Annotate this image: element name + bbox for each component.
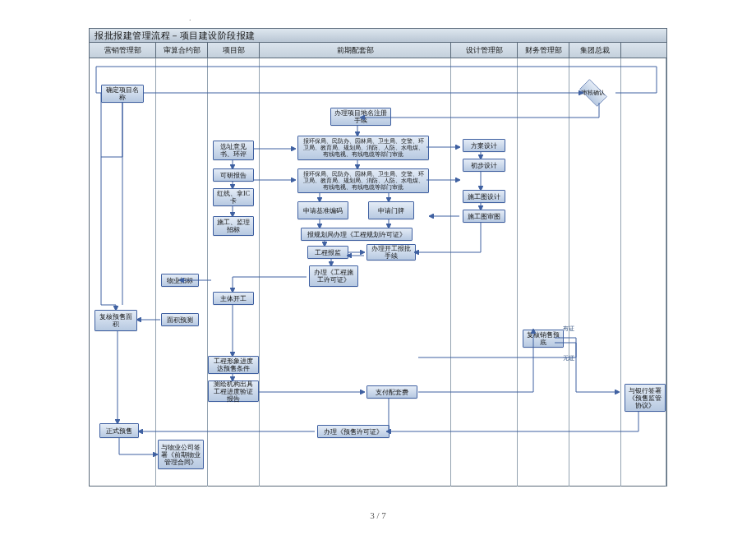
node-property-bid: 物业招标 <box>161 274 199 287</box>
node-construct-bid: 施工、监理招标 <box>213 216 254 236</box>
node-feasibility: 可研报告 <box>213 168 254 182</box>
node-property-contract: 与物业公司签署《前期物业管理合同》 <box>158 440 204 469</box>
swimlane-body: 确定项目名称 复核预售面积 正式预售 物业招标 面积预测 与物业公司签署《前期物… <box>90 58 666 487</box>
flowchart: 报批报建管理流程－项目建设阶段报建 营销管理部 审算合约部 项目部 前期配套部 … <box>89 28 667 487</box>
node-main-start: 主体开工 <box>213 292 254 305</box>
lane-prep: 办理项目地名注册手续 报环保局、民防办、园林局、卫生局、交警、环卫局、教育局、规… <box>260 58 451 487</box>
lane-header-president: 集团总裁 <box>569 43 621 58</box>
node-construct-permit: 办理《工程施工许可证》 <box>309 265 358 287</box>
lane-finance: 复核销售预底 <box>518 58 569 487</box>
lane-header-empty <box>621 43 666 58</box>
node-define-name: 确定项目名称 <box>101 85 144 103</box>
lane-header-prep: 前期配套部 <box>260 43 451 58</box>
lane-extra: 与银行签署《预售监管协议》 <box>621 58 666 487</box>
document-page: . 报批报建管理流程－项目建设阶段报建 营销管理部 审算合约部 项目部 前期配套… <box>0 0 756 535</box>
node-prelim-design: 初步设计 <box>463 159 505 172</box>
stray-dot: . <box>189 13 191 22</box>
lane-design: 方案设计 初步设计 施工图设计 施工图审图 <box>451 58 518 487</box>
node-name-reg: 办理项目地名注册手续 <box>330 108 391 126</box>
node-area-survey: 面积预测 <box>161 313 199 326</box>
node-redline: 红线、拿IC卡 <box>213 188 254 206</box>
node-formal-presale: 正式预售 <box>99 423 139 438</box>
lane-header-marketing: 营销管理部 <box>90 43 156 58</box>
node-dwg-review: 施工图审图 <box>463 210 505 223</box>
lane-project: 选址意见书、环评 可研报告 红线、拿IC卡 施工、监理招标 主体开工 工程形象进… <box>208 58 260 487</box>
node-bank-agreement: 与银行签署《预售监管协议》 <box>625 384 666 412</box>
page-number: 3 / 7 <box>0 510 756 520</box>
node-multi-approve-1: 报环保局、民防办、园林局、卫生局、交警、环卫局、教育局、规划局、消防、人防、水电… <box>297 136 429 160</box>
node-construct-dwg: 施工图设计 <box>463 190 505 203</box>
note-yes: 有证 <box>563 325 574 333</box>
lane-header-contract: 审算合约部 <box>156 43 208 58</box>
lane-header-project: 项目部 <box>208 43 260 58</box>
node-plan-permit: 报规划局办理《工程规划许可证》 <box>301 228 413 241</box>
node-area-recheck: 复核预售面积 <box>94 310 137 331</box>
node-multi-approve-2: 报环保局、民防办、园林局、卫生局、交警、环卫局、教育局、规划局、消防、人防、水电… <box>297 168 429 193</box>
node-start-approval: 办理开工报批手续 <box>366 244 416 261</box>
node-pay-fee: 支付配套费 <box>366 385 417 399</box>
node-eng-supervise: 工程报监 <box>307 246 348 259</box>
node-approve-decision: 审核确认 <box>576 83 611 103</box>
note-no: 无证 <box>563 354 574 362</box>
node-scheme-design: 方案设计 <box>463 139 505 152</box>
node-survey-report: 测绘机构出具工程进度验证报告 <box>208 380 259 402</box>
node-price-recheck: 复核销售预底 <box>523 330 564 348</box>
node-site-opinion: 选址意见书、环评 <box>213 141 254 160</box>
node-door-no: 申请门牌 <box>368 201 414 219</box>
lane-header-design: 设计管理部 <box>451 43 518 58</box>
diagram-title: 报批报建管理流程－项目建设阶段报建 <box>90 29 666 43</box>
lane-president: 审核确认 <box>569 58 621 487</box>
lane-marketing: 确定项目名称 复核预售面积 正式预售 <box>90 58 156 487</box>
node-presale-permit: 办理《预售许可证》 <box>317 425 390 438</box>
node-base-code: 申请基准编码 <box>297 201 348 219</box>
node-image-progress: 工程形象进度达预售条件 <box>208 356 259 374</box>
lane-header-finance: 财务管理部 <box>518 43 569 58</box>
swimlane-header: 营销管理部 审算合约部 项目部 前期配套部 设计管理部 财务管理部 集团总裁 <box>90 43 666 58</box>
lane-contract: 物业招标 面积预测 与物业公司签署《前期物业管理合同》 <box>156 58 208 487</box>
